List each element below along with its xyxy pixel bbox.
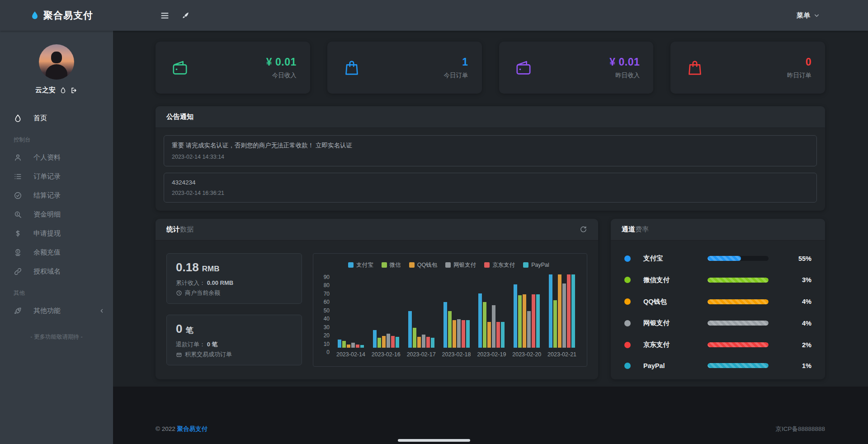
chart-bar bbox=[553, 300, 557, 348]
axis-tick-label: 10 bbox=[324, 341, 330, 347]
channel-dot bbox=[624, 298, 631, 305]
income-line: 累计收入： 0.00 RMB bbox=[176, 279, 292, 287]
axis-category-label: 2023-02-17 bbox=[407, 351, 436, 358]
legend-label: 微信 bbox=[390, 261, 401, 269]
brush-icon[interactable] bbox=[181, 11, 190, 20]
announcement-link[interactable]: 立即实名认证 bbox=[316, 142, 352, 149]
brand[interactable]: 聚合易支付 bbox=[30, 9, 93, 22]
legend-item[interactable]: 微信 bbox=[382, 261, 401, 269]
channel-percent: 4% bbox=[769, 320, 811, 327]
user-icon bbox=[14, 153, 24, 162]
sidebar-item-label: 订单记录 bbox=[33, 172, 61, 181]
sidebar-item-dollar[interactable]: 申请提现 bbox=[14, 224, 113, 242]
channel-name: 京东支付 bbox=[643, 340, 701, 349]
drop-badge-icon[interactable] bbox=[60, 87, 66, 94]
chart-bar bbox=[558, 274, 561, 348]
sidebar-item-list[interactable]: 订单记录 bbox=[14, 167, 113, 185]
channel-percent: 4% bbox=[769, 298, 811, 305]
channel-percent: 2% bbox=[769, 341, 811, 349]
avatar[interactable] bbox=[39, 44, 74, 80]
chart-bar bbox=[426, 337, 430, 348]
stat-card-right: ¥ 0.01今日收入 bbox=[266, 56, 297, 80]
legend-item[interactable]: 京东支付 bbox=[484, 261, 515, 269]
scrollbar-thumb[interactable] bbox=[398, 439, 470, 442]
statistics-header: 统计数据 bbox=[156, 219, 598, 241]
legend-swatch bbox=[348, 262, 354, 268]
chart-bar bbox=[408, 311, 412, 348]
stat-card: ¥ 0.01今日收入 bbox=[156, 42, 310, 94]
chart-bar bbox=[431, 338, 434, 348]
user-row: 云之安 bbox=[0, 86, 113, 94]
sidebar-item-coins[interactable]: 余额充值 bbox=[14, 243, 113, 261]
sidebar-item-check-circle[interactable]: 结算记录 bbox=[14, 186, 113, 204]
footer-brand-link[interactable]: 聚合易支付 bbox=[177, 425, 208, 432]
sidebar-note: - 更多功能敬请期待 - bbox=[0, 333, 113, 341]
legend-swatch bbox=[409, 262, 415, 268]
chart-bar bbox=[483, 302, 486, 348]
sidebar-item-user[interactable]: 个人资料 bbox=[14, 148, 113, 166]
legend-item[interactable]: PayPal bbox=[523, 262, 549, 268]
menu-dropdown[interactable]: 菜单 bbox=[797, 11, 820, 20]
channel-percent: 1% bbox=[769, 362, 811, 369]
channel-progress-bar bbox=[708, 299, 769, 304]
channel-progress-bar bbox=[708, 342, 769, 347]
announcements-header: 公告通知 bbox=[156, 106, 825, 128]
sidebar-item-search[interactable]: 资金明细 bbox=[14, 205, 113, 223]
search-icon bbox=[14, 210, 24, 219]
chart-bar bbox=[422, 335, 425, 348]
channel-dot bbox=[624, 277, 631, 283]
channel-progress-fill bbox=[708, 256, 741, 261]
refresh-icon[interactable] bbox=[580, 226, 587, 233]
channel-rate-row: 支付宝55% bbox=[624, 254, 811, 263]
chart-bar bbox=[453, 320, 456, 348]
stat-card-right: 1今日订单 bbox=[444, 56, 468, 80]
chart-bar bbox=[377, 338, 381, 348]
stat-cards-row: ¥ 0.01今日收入1今日订单¥ 0.01昨日收入0昨日订单 bbox=[156, 42, 825, 94]
chart-bar bbox=[338, 340, 341, 348]
legend-item[interactable]: QQ钱包 bbox=[409, 261, 437, 269]
channel-progress-bar bbox=[708, 363, 769, 368]
income-summary-box: 0.18 RMB 累计收入： 0.00 RMB 商户当前余额 bbox=[166, 253, 302, 304]
chart-bar bbox=[443, 302, 447, 348]
stat-card-right: 0昨日订单 bbox=[787, 56, 811, 80]
top-navbar: 聚合易支付 菜单 bbox=[0, 0, 868, 31]
chart-bar bbox=[448, 311, 452, 348]
chart-bar-group: 2023-02-18 bbox=[439, 273, 474, 366]
link-icon bbox=[14, 267, 24, 276]
chart-bar bbox=[342, 341, 346, 348]
chart-bar bbox=[347, 345, 350, 348]
channel-name: QQ钱包 bbox=[643, 298, 701, 306]
legend-label: 支付宝 bbox=[356, 261, 373, 269]
legend-item[interactable]: 支付宝 bbox=[348, 261, 373, 269]
legend-item[interactable]: 网银支付 bbox=[445, 261, 476, 269]
stat-card: 0昨日订单 bbox=[670, 42, 825, 94]
sidebar-item-label: 个人资料 bbox=[33, 153, 61, 162]
logout-icon[interactable] bbox=[71, 87, 78, 94]
sidebar-item-label: 授权域名 bbox=[33, 267, 61, 276]
chart-bar bbox=[413, 328, 416, 348]
shopping-bag-icon bbox=[343, 59, 361, 77]
dollar-icon bbox=[14, 229, 24, 238]
channel-dot bbox=[624, 363, 631, 369]
axis-category-label: 2023-02-18 bbox=[442, 351, 471, 358]
coins-icon bbox=[14, 248, 24, 257]
hamburger-icon[interactable] bbox=[160, 11, 170, 20]
chart-bars bbox=[478, 273, 505, 348]
legend-swatch bbox=[523, 262, 528, 268]
axis-category-label: 2023-02-14 bbox=[336, 351, 365, 358]
drop-logo-icon bbox=[30, 10, 40, 20]
sidebar-item-label: 其他功能 bbox=[33, 307, 61, 315]
chart-bar bbox=[496, 322, 500, 348]
stat-card-value: 0 bbox=[787, 56, 811, 68]
chart-bar bbox=[567, 274, 571, 348]
shopping-bag-icon bbox=[686, 59, 704, 77]
sidebar-item-rocket[interactable]: 其他功能 bbox=[14, 302, 113, 320]
announcements-panel: 公告通知 重要 请完成实名认证，否则您的商户无法正常收款！ 立即实名认证2023… bbox=[156, 106, 825, 211]
sidebar-item-link[interactable]: 授权域名 bbox=[14, 262, 113, 280]
sidebar-item-home[interactable]: 首页 bbox=[14, 109, 113, 127]
legend-swatch bbox=[382, 262, 387, 268]
legend-label: 网银支付 bbox=[453, 261, 476, 269]
chart-bar bbox=[462, 320, 465, 348]
legend-swatch bbox=[484, 262, 490, 268]
refund-line: 退款订单： 0 笔 bbox=[176, 340, 292, 349]
